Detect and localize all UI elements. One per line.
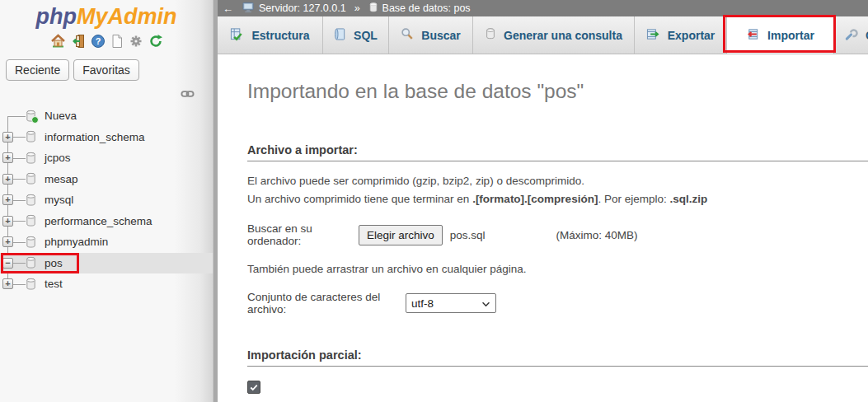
refresh-icon[interactable]: [148, 34, 163, 49]
tree-item-label: Nueva: [45, 110, 77, 122]
export-icon: [646, 27, 660, 44]
line2-example-bold: .sql.zip: [669, 193, 707, 205]
file-upload-row: Buscar en su ordenador: Elegir archivo p…: [247, 222, 868, 247]
tab-bar: Estructura SQL Buscar Generar una consul…: [218, 16, 868, 54]
compression-info-line1: El archivo puede ser comprimido (gzip, b…: [247, 172, 868, 190]
home-icon[interactable]: [50, 34, 66, 49]
sidebar-toolbar: ?: [0, 33, 213, 49]
partial-import-section: Importación parcial: Permitir la interru…: [247, 348, 868, 402]
database-icon: [25, 194, 37, 207]
drag-drop-hint: También puede arrastrar un archivo en cu…: [247, 260, 868, 278]
server-icon: [242, 2, 255, 16]
breadcrumb-server[interactable]: Servidor: 127.0.0.1: [259, 2, 346, 14]
allow-interrupt-checkbox[interactable]: [247, 381, 260, 394]
chevron-down-icon: [481, 297, 490, 310]
breadcrumb-database[interactable]: Base de datos: pos: [382, 2, 471, 14]
recent-button[interactable]: Reciente: [6, 59, 69, 81]
expand-icon[interactable]: [2, 278, 13, 289]
svg-text:?: ?: [95, 36, 101, 46]
selected-file-name: pos.sql: [450, 229, 486, 241]
favorites-button[interactable]: Favoritas: [73, 59, 139, 81]
choose-file-button[interactable]: Elegir archivo: [359, 225, 443, 245]
tree-item-label: mysql: [45, 194, 73, 206]
expand-icon[interactable]: [2, 216, 13, 227]
section-heading-partial: Importación parcial:: [247, 348, 868, 367]
charset-selected-value: utf-8: [411, 297, 481, 310]
tab-label: Generar una consulta: [504, 29, 622, 42]
section-heading-file: Archivo a importar:: [247, 143, 868, 161]
logo-php: php: [36, 4, 77, 29]
tree-item-new-database[interactable]: Nueva: [0, 105, 213, 127]
main-panel: ← Servidor: 127.0.0.1 » Base de datos: p…: [218, 0, 868, 402]
database-icon: [25, 130, 37, 143]
expand-icon[interactable]: [2, 152, 13, 163]
phpmyadmin-logo[interactable]: phpMyAdmin: [0, 0, 213, 30]
plus-badge-icon: [31, 116, 39, 124]
database-icon: [25, 236, 37, 249]
breadcrumb: ← Servidor: 127.0.0.1 » Base de datos: p…: [218, 0, 868, 16]
tree-item-phpmyadmin[interactable]: phpmyadmin: [0, 231, 213, 253]
link-row: [0, 87, 213, 99]
tree-item-label: performance_schema: [45, 215, 152, 227]
database-icon: [25, 256, 37, 269]
browse-label: Buscar en su ordenador:: [247, 222, 359, 247]
log-out-icon[interactable]: [71, 34, 86, 49]
search-icon: [401, 27, 414, 43]
collapse-icon[interactable]: [2, 258, 13, 269]
query-icon: [485, 27, 496, 43]
database-icon: [25, 152, 37, 165]
expand-icon[interactable]: [2, 236, 13, 247]
database-icon: [25, 278, 37, 291]
tree-item-label: phpmyadmin: [45, 236, 108, 248]
tab-label: Importar: [767, 29, 814, 42]
tab-generar-una-consulta[interactable]: Generar una consulta: [473, 16, 635, 54]
charset-row: Conjunto de caracteres del archivo: utf-…: [247, 291, 868, 316]
tab-label: Buscar: [421, 29, 460, 42]
expand-icon[interactable]: [2, 174, 13, 185]
tree-item-mysql[interactable]: mysql: [0, 189, 213, 211]
compression-info-line2: Un archivo comprimido tiene que terminar…: [247, 190, 868, 208]
charset-label: Conjunto de caracteres del archivo:: [247, 291, 406, 316]
new-database-icon: [25, 110, 37, 123]
line2-format-bold: .[formato].[compresión]: [472, 193, 598, 205]
tab-exportar[interactable]: Exportar: [635, 16, 727, 54]
tree-item-jcpos[interactable]: jcpos: [0, 147, 213, 169]
file-to-import-section: Archivo a importar: El archivo puede ser…: [247, 143, 868, 316]
help-icon[interactable]: ?: [91, 34, 106, 49]
tree-item-performance-schema[interactable]: performance_schema: [0, 211, 213, 232]
tree-item-label: mesap: [45, 173, 78, 185]
check-icon: [250, 384, 258, 391]
tab-estructura[interactable]: Estructura: [218, 16, 323, 54]
documentation-icon[interactable]: [110, 34, 124, 49]
tree-item-information-schema[interactable]: information_schema: [0, 127, 213, 148]
tree-item-test[interactable]: test: [0, 273, 213, 295]
page-title: Importando en la base de datos "pos": [247, 80, 868, 103]
tab-buscar[interactable]: Buscar: [389, 16, 473, 54]
link-icon[interactable]: [181, 87, 195, 99]
tab-sql[interactable]: SQL: [323, 16, 389, 54]
tab-label: SQL: [354, 29, 378, 42]
expand-icon[interactable]: [2, 194, 13, 205]
import-page-content: Importando en la base de datos "pos" Arc…: [218, 80, 868, 402]
max-upload-size: (Máximo: 40MB): [556, 229, 638, 241]
database-tree: Nueva information_schema jcpos mesap mys: [0, 105, 213, 295]
settings-icon[interactable]: [129, 34, 143, 49]
tab-label: Exportar: [668, 29, 716, 42]
import-icon: [746, 27, 760, 44]
phpmyadmin-app: phpMyAdmin ? Reciente Favoritas Nueva: [0, 0, 868, 402]
tree-item-mesap[interactable]: mesap: [0, 169, 213, 190]
navigation-sidebar: phpMyAdmin ? Reciente Favoritas Nueva: [0, 0, 213, 402]
expand-icon[interactable]: [2, 132, 13, 143]
wrench-icon: [844, 27, 858, 44]
tree-item-pos[interactable]: pos: [0, 253, 213, 274]
back-arrow-icon[interactable]: ←: [223, 2, 233, 15]
tab-importar[interactable]: Importar: [727, 16, 834, 54]
tree-item-label: test: [45, 278, 63, 290]
tree-item-label: pos: [45, 257, 63, 269]
tree-item-label: information_schema: [45, 131, 145, 143]
database-icon: [25, 214, 37, 227]
charset-select[interactable]: utf-8: [406, 293, 496, 313]
tab-operaciones-truncated[interactable]: O: [834, 16, 868, 54]
sql-icon: [334, 27, 346, 44]
line2-prefix: Un archivo comprimido tiene que terminar…: [247, 193, 472, 205]
